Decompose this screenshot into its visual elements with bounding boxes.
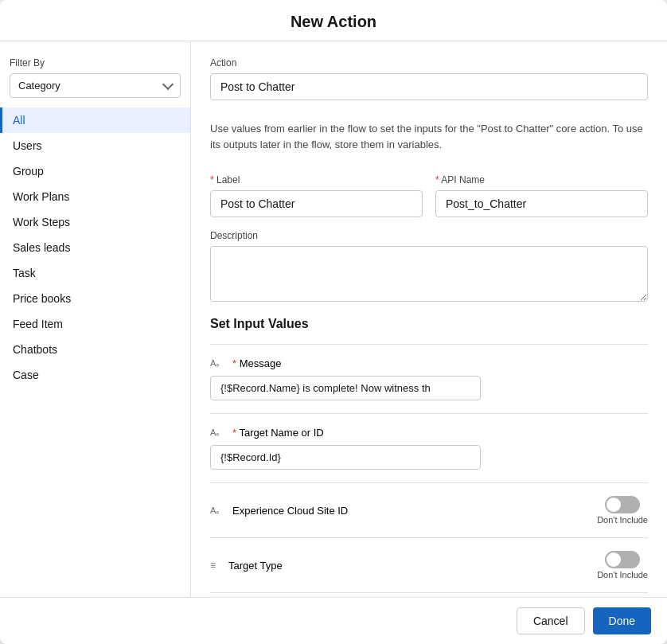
message-row: Aₐ Message xyxy=(210,344,648,413)
message-input[interactable] xyxy=(210,376,481,400)
target-name-label: Target Name or ID xyxy=(232,427,324,439)
text-type-icon: Aₐ xyxy=(210,358,226,369)
filter-section: Filter By Category xyxy=(0,51,190,107)
description-textarea[interactable] xyxy=(210,246,648,302)
sidebar-item-users[interactable]: Users xyxy=(0,133,190,158)
target-type-label: Target Type xyxy=(228,560,283,572)
target-type-toggle-label: Don't Include xyxy=(597,570,648,580)
modal-footer: Cancel Done xyxy=(0,597,667,644)
sidebar: Filter By Category All Users Group Work … xyxy=(0,41,191,597)
modal-body: Filter By Category All Users Group Work … xyxy=(0,41,667,597)
message-header: Aₐ Message xyxy=(210,357,648,369)
sidebar-item-work-steps[interactable]: Work Steps xyxy=(0,209,190,235)
target-type-toggle-container: Don't Include xyxy=(597,551,648,580)
sidebar-item-sales-leads[interactable]: Sales leads xyxy=(0,235,190,260)
label-apiname-row: Label API Name xyxy=(210,174,648,217)
cancel-button[interactable]: Cancel xyxy=(517,607,585,634)
sidebar-item-price-books[interactable]: Price books xyxy=(0,286,190,311)
chevron-down-icon xyxy=(162,79,174,90)
sidebar-item-label: All xyxy=(13,114,25,127)
info-text: Use values from earlier in the flow to s… xyxy=(210,113,648,160)
list-icon-1: ≡ xyxy=(210,560,216,571)
new-action-modal: New Action Filter By Category All Users … xyxy=(0,0,667,644)
sidebar-item-label: Chatbots xyxy=(13,343,57,356)
done-button[interactable]: Done xyxy=(593,607,651,634)
label-field-label: Label xyxy=(210,174,423,185)
sidebar-item-chatbots[interactable]: Chatbots xyxy=(0,337,190,362)
sidebar-item-all[interactable]: All xyxy=(0,107,190,133)
sidebar-item-label: Work Steps xyxy=(13,216,70,228)
sidebar-item-case[interactable]: Case xyxy=(0,362,190,388)
target-type-toggle[interactable] xyxy=(605,551,640,568)
target-type-header: ≡ Target Type xyxy=(210,560,283,572)
sidebar-item-label: Feed Item xyxy=(13,318,63,330)
text-type-icon-2: Aₐ xyxy=(210,427,226,438)
set-input-title: Set Input Values xyxy=(210,317,648,331)
category-select-value: Category xyxy=(18,80,60,92)
sidebar-item-feed-item[interactable]: Feed Item xyxy=(0,311,190,337)
api-name-label: API Name xyxy=(435,174,648,185)
api-name-input[interactable] xyxy=(435,190,648,217)
modal-title: New Action xyxy=(16,13,651,31)
sidebar-item-label: Sales leads xyxy=(13,241,70,254)
experience-cloud-header: Aₐ Experience Cloud Site ID xyxy=(210,505,348,517)
sidebar-item-group[interactable]: Group xyxy=(0,158,190,184)
filter-label: Filter By xyxy=(10,57,181,68)
sidebar-item-work-plans[interactable]: Work Plans xyxy=(0,184,190,209)
sidebar-item-label: Users xyxy=(13,139,42,152)
experience-cloud-toggle-label: Don't Include xyxy=(597,515,648,525)
sidebar-item-label: Work Plans xyxy=(13,190,69,203)
label-input[interactable] xyxy=(210,190,423,217)
message-label: Message xyxy=(232,357,281,369)
main-content: Action Use values from earlier in the fl… xyxy=(191,41,667,597)
target-name-row: Aₐ Target Name or ID xyxy=(210,413,648,482)
target-type-row: ≡ Target Type Don't Include xyxy=(210,537,648,592)
action-field-label: Action xyxy=(210,57,648,68)
action-section: Action xyxy=(210,57,648,100)
description-section: Description xyxy=(210,230,648,304)
label-field-group: Label xyxy=(210,174,423,217)
experience-cloud-toggle[interactable] xyxy=(605,496,640,513)
action-input[interactable] xyxy=(210,73,648,100)
target-type-toggle-row: ≡ Target Type Don't Include xyxy=(210,551,648,580)
description-label: Description xyxy=(210,230,648,241)
sidebar-item-label: Task xyxy=(13,267,36,279)
target-name-header: Aₐ Target Name or ID xyxy=(210,427,648,439)
experience-cloud-label: Experience Cloud Site ID xyxy=(232,505,348,517)
target-name-input[interactable] xyxy=(210,445,481,470)
sidebar-item-label: Price books xyxy=(13,292,71,305)
experience-cloud-row: Aₐ Experience Cloud Site ID Don't Includ… xyxy=(210,482,648,537)
category-select[interactable]: Category xyxy=(10,73,181,98)
api-name-field-group: API Name xyxy=(435,174,648,217)
modal-header: New Action xyxy=(0,0,667,41)
sidebar-item-label: Case xyxy=(13,369,39,381)
sidebar-item-task[interactable]: Task xyxy=(0,260,190,286)
experience-cloud-toggle-row: Aₐ Experience Cloud Site ID Don't Includ… xyxy=(210,496,648,525)
text-type-icon-3: Aₐ xyxy=(210,505,226,516)
sidebar-item-label: Group xyxy=(13,165,44,178)
experience-cloud-toggle-container: Don't Include xyxy=(597,496,648,525)
set-input-section: Set Input Values Aₐ Message Aₐ Target Na… xyxy=(210,317,648,597)
